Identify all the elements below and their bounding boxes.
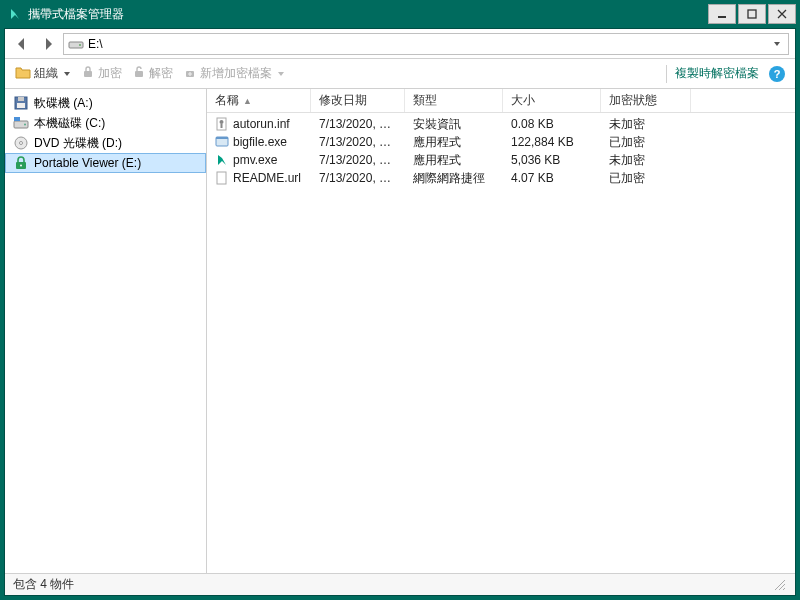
cell-type: 網際網路捷徑 [405, 170, 503, 187]
col-size[interactable]: 大小 [503, 89, 601, 112]
lock-plus-icon [183, 65, 197, 82]
titlebar: 攜帶式檔案管理器 [0, 0, 800, 28]
cell-size: 0.08 KB [503, 117, 601, 131]
nav-bar: E:\ [5, 29, 795, 59]
url-file-icon [215, 171, 229, 185]
drive-item[interactable]: DVD 光碟機 (D:) [5, 133, 206, 153]
drive-sidebar: 軟碟機 (A:)本機磁碟 (C:)DVD 光碟機 (D:)Portable Vi… [5, 89, 207, 573]
svg-rect-4 [84, 71, 92, 77]
file-row[interactable]: autorun.inf7/13/2020, 1:...安裝資訊0.08 KB未加… [207, 115, 795, 133]
cell-date: 7/13/2020, 1:... [311, 135, 405, 149]
drive-label: 本機磁碟 (C:) [34, 115, 105, 132]
drive-item[interactable]: 本機磁碟 (C:) [5, 113, 206, 133]
chevron-down-icon [63, 67, 71, 81]
lock-icon [81, 65, 95, 82]
drive-icon [68, 36, 84, 52]
cell-enc: 已加密 [601, 170, 691, 187]
unlock-icon [132, 65, 146, 82]
back-button[interactable] [11, 33, 33, 55]
svg-rect-0 [718, 16, 726, 18]
col-name[interactable]: 名稱▲ [207, 89, 311, 112]
column-headers: 名稱▲ 修改日期 類型 大小 加密狀態 [207, 89, 795, 113]
drive-label: 軟碟機 (A:) [34, 95, 93, 112]
col-date[interactable]: 修改日期 [311, 89, 405, 112]
svg-point-14 [20, 142, 23, 145]
svg-point-11 [24, 124, 26, 126]
cell-type: 應用程式 [405, 152, 503, 169]
inf-file-icon [215, 117, 229, 131]
dvd-icon [13, 135, 29, 151]
minimize-button[interactable] [708, 4, 736, 24]
exe-file-icon [215, 135, 229, 149]
path-text: E:\ [88, 37, 770, 51]
close-button[interactable] [768, 4, 796, 24]
add-container-label: 新增加密檔案 [200, 65, 272, 82]
copy-decrypt-link[interactable]: 複製時解密檔案 [671, 65, 763, 82]
floppy-icon [13, 95, 29, 111]
drive-item[interactable]: Portable Viewer (E:) [5, 153, 206, 173]
svg-rect-5 [135, 71, 143, 77]
path-dropdown-icon[interactable] [770, 40, 784, 48]
col-type[interactable]: 類型 [405, 89, 503, 112]
cell-size: 4.07 KB [503, 171, 601, 185]
maximize-button[interactable] [738, 4, 766, 24]
svg-rect-8 [18, 97, 24, 101]
cell-type: 應用程式 [405, 134, 503, 151]
file-row[interactable]: bigfile.exe7/13/2020, 1:...應用程式122,884 K… [207, 133, 795, 151]
col-enc[interactable]: 加密狀態 [601, 89, 691, 112]
cell-enc: 未加密 [601, 152, 691, 169]
decrypt-label: 解密 [149, 65, 173, 82]
chevron-down-icon [277, 67, 285, 81]
status-text: 包含 4 物件 [13, 576, 74, 593]
add-container-button[interactable]: 新增加密檔案 [179, 62, 289, 86]
cell-size: 122,884 KB [503, 135, 601, 149]
encrypt-label: 加密 [98, 65, 122, 82]
resize-grip-icon[interactable] [773, 578, 787, 592]
folder-icon [15, 65, 31, 82]
cell-name: bigfile.exe [207, 135, 311, 149]
cell-date: 7/13/2020, 1:... [311, 117, 405, 131]
drive-label: DVD 光碟機 (D:) [34, 135, 122, 152]
cell-enc: 已加密 [601, 134, 691, 151]
help-icon[interactable]: ? [769, 66, 785, 82]
svg-rect-19 [221, 124, 223, 128]
cell-name: pmv.exe [207, 153, 311, 167]
cell-size: 5,036 KB [503, 153, 601, 167]
locked-drive-icon [13, 155, 29, 171]
forward-button[interactable] [37, 33, 59, 55]
toolbar: 組織 加密 解密 新增加密檔案 複製時解密檔案 ? [5, 59, 795, 89]
svg-point-16 [20, 165, 22, 167]
drive-item[interactable]: 軟碟機 (A:) [5, 93, 206, 113]
cell-name: autorun.inf [207, 117, 311, 131]
svg-rect-9 [17, 103, 25, 108]
file-row[interactable]: pmv.exe7/13/2020, 1:...應用程式5,036 KB未加密 [207, 151, 795, 169]
sort-asc-icon: ▲ [243, 96, 252, 106]
file-pane: 名稱▲ 修改日期 類型 大小 加密狀態 autorun.inf7/13/2020… [207, 89, 795, 573]
app-icon [8, 7, 22, 21]
path-input[interactable]: E:\ [63, 33, 789, 55]
statusbar: 包含 4 物件 [5, 573, 795, 595]
svg-rect-1 [748, 10, 756, 18]
window-title: 攜帶式檔案管理器 [28, 6, 706, 23]
organize-label: 組織 [34, 65, 58, 82]
cell-date: 7/13/2020, 1:... [311, 153, 405, 167]
cell-name: README.url [207, 171, 311, 185]
decrypt-button[interactable]: 解密 [128, 62, 177, 86]
cell-date: 7/13/2020, 3:... [311, 171, 405, 185]
cell-enc: 未加密 [601, 116, 691, 133]
svg-rect-21 [216, 137, 228, 139]
kexe-file-icon [215, 153, 229, 167]
svg-point-3 [79, 44, 81, 46]
svg-rect-22 [217, 172, 226, 184]
svg-rect-12 [14, 117, 20, 121]
file-row[interactable]: README.url7/13/2020, 3:...網際網路捷徑4.07 KB已… [207, 169, 795, 187]
cell-type: 安裝資訊 [405, 116, 503, 133]
hdd-sys-icon [13, 115, 29, 131]
encrypt-button[interactable]: 加密 [77, 62, 126, 86]
organize-button[interactable]: 組織 [11, 62, 75, 86]
svg-point-18 [220, 120, 224, 124]
file-rows: autorun.inf7/13/2020, 1:...安裝資訊0.08 KB未加… [207, 113, 795, 573]
drive-label: Portable Viewer (E:) [34, 156, 141, 170]
